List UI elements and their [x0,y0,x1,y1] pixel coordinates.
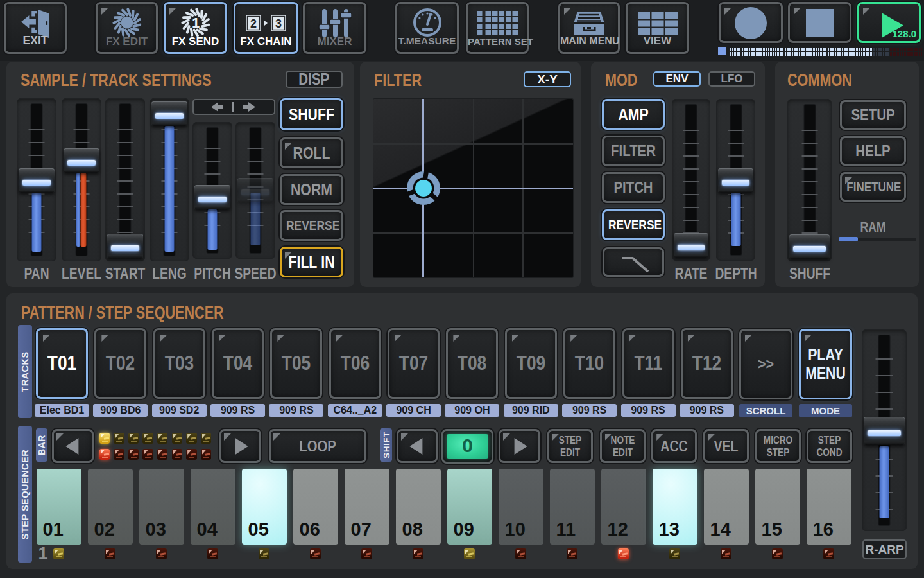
svg-text:3: 3 [275,17,282,30]
svg-text:1: 1 [191,15,199,31]
svg-text:2: 2 [250,17,257,30]
